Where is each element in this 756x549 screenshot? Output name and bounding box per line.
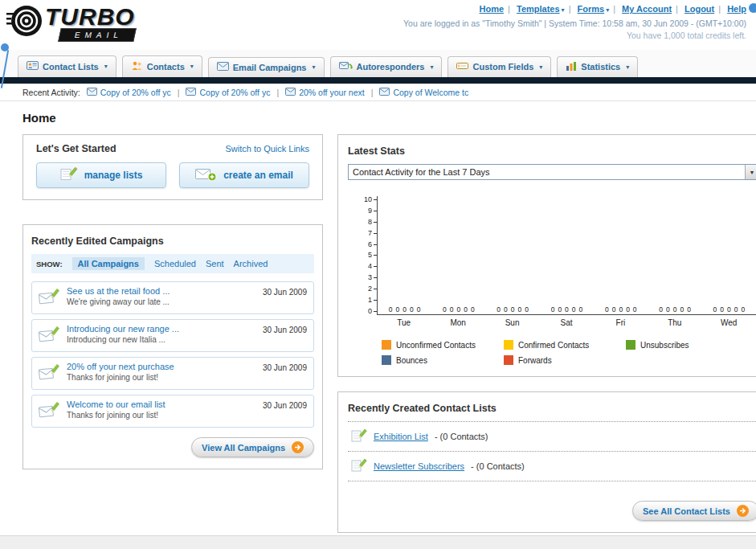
header: TURBO EMAIL Home| Templates▾| Forms▾| My… (0, 0, 756, 50)
envelope-icon (87, 88, 97, 97)
envelope-pencil-icon (39, 326, 60, 347)
bar-group: 00000 (431, 305, 485, 314)
contact-list-count: - (0 Contacts) (435, 432, 488, 441)
chevron-down-icon: ▾ (606, 6, 609, 14)
recent-activity-item: Copy of 20% off yc (87, 88, 171, 97)
campaign-filters: SHOW: All Campaigns Scheduled Sent Archi… (31, 254, 314, 273)
autoresponder-icon (339, 61, 353, 72)
bar-group: 00000 (378, 305, 431, 314)
tab-custom-fields[interactable]: Custom Fields ▾ (447, 56, 551, 77)
link-my-account[interactable]: My Account (622, 4, 672, 14)
campaign-title-link[interactable]: 20% off your next purchase (67, 362, 263, 371)
recent-contact-lists-panel: Recently Created Contact Lists Exhibitio… (337, 391, 756, 533)
footer-bar (0, 535, 756, 549)
campaign-title-link[interactable]: Introducing our new range ... (67, 324, 263, 334)
manage-lists-button[interactable]: manage lists (36, 162, 166, 188)
session-line: You are logged in as "Timothy Smith" | S… (403, 18, 746, 28)
activity-link[interactable]: 20% off your next (299, 88, 365, 97)
recent-activity-label: Recent Activity: (22, 88, 80, 97)
recent-contact-lists-title: Recently Created Contact Lists (348, 403, 497, 414)
envelope-pencil-icon (39, 401, 60, 423)
legend-item: Confirmed Contacts (504, 340, 626, 350)
x-axis-label: Fri (594, 318, 648, 327)
tab-autoresponders[interactable]: Autoresponders ▾ (330, 56, 443, 77)
tab-contacts[interactable]: Contacts ▾ (122, 55, 202, 77)
contact-lists-icon (27, 60, 39, 72)
recent-activity-item: 20% off your next (285, 88, 365, 97)
campaign-date: 30 Jun 2009 (263, 401, 307, 410)
view-all-campaigns-button[interactable]: View All Campaigns (191, 437, 314, 457)
contact-list-link[interactable]: Newsletter Subscribers (374, 461, 464, 471)
main-content: Home Let's Get Started Switch to Quick L… (0, 101, 756, 533)
latest-stats-panel: Latest Stats Contact Activity for the La… (337, 134, 756, 377)
filter-all-campaigns[interactable]: All Campaigns (72, 257, 145, 270)
create-email-button[interactable]: create an email (179, 162, 309, 188)
legend-swatch (504, 355, 513, 365)
tab-email-campaigns[interactable]: Email Campaigns ▾ (208, 57, 325, 77)
tab-statistics[interactable]: Statistics ▾ (557, 56, 638, 77)
filter-scheduled[interactable]: Scheduled (154, 259, 196, 268)
filter-archived[interactable]: Archived (234, 259, 268, 268)
bar-group: 00000 (648, 305, 701, 314)
stats-period-select[interactable]: Contact Activity for the Last 7 Days ▼ (348, 164, 756, 180)
legend-swatch (626, 340, 635, 350)
activity-link[interactable]: Copy of 20% off yc (199, 88, 270, 97)
chevron-down-icon: ▾ (626, 64, 629, 71)
x-axis-label: Wed (702, 318, 756, 327)
custom-fields-icon (456, 61, 468, 72)
contact-list-link[interactable]: Exhibition List (374, 432, 428, 441)
activity-link[interactable]: Copy of 20% off yc (100, 88, 171, 97)
tab-contact-lists[interactable]: Contact Lists ▾ (18, 55, 116, 77)
app-screen: TURBO EMAIL Home| Templates▾| Forms▾| My… (0, 0, 756, 549)
get-started-panel: Let's Get Started Switch to Quick Links … (22, 134, 323, 200)
campaign-date: 30 Jun 2009 (263, 326, 307, 334)
campaign-subtitle: Introducing our new Italia ... (67, 335, 263, 344)
link-forms[interactable]: Forms▾ (578, 4, 610, 14)
corner-dot (749, 3, 756, 13)
chart-legend: Unconfirmed ContactsConfirmed ContactsUn… (382, 340, 756, 365)
logo-subtitle: EMAIL (58, 28, 137, 42)
campaign-title-link[interactable]: Welcome to our email list (67, 399, 263, 409)
campaign-subtitle: We're giving away our late ... (67, 297, 263, 306)
select-dropdown-arrow-icon: ▼ (745, 165, 756, 179)
campaign-row[interactable]: 20% off your next purchase Thanks for jo… (31, 357, 314, 390)
link-home[interactable]: Home (480, 4, 505, 14)
main-nav: Contact Lists ▾ Contacts ▾ Email Campaig… (0, 50, 756, 77)
link-logout[interactable]: Logout (684, 4, 714, 14)
envelope-icon (217, 62, 229, 72)
contact-list-item: Exhibition List - (0 Contacts) (348, 422, 756, 452)
get-started-title: Let's Get Started (36, 143, 116, 154)
x-axis-label: Mon (431, 318, 484, 327)
envelope-icon (379, 88, 390, 97)
logo-title: TURBO (45, 5, 135, 29)
campaign-row[interactable]: See us at the retail food ... We're givi… (31, 281, 314, 314)
campaign-row[interactable]: Welcome to our email list Thanks for joi… (31, 395, 314, 428)
envelope-icon (186, 88, 196, 97)
show-label: SHOW: (36, 260, 63, 268)
turbo-disc-icon (6, 3, 43, 43)
legend-item: Bounces (382, 355, 504, 365)
campaign-date: 30 Jun 2009 (263, 288, 307, 297)
see-all-contact-lists-button[interactable]: See All Contact Lists (632, 501, 756, 521)
chart-y-axis: 109876543210 (356, 196, 377, 315)
campaign-row[interactable]: Introducing our new range ... Introducin… (31, 319, 314, 352)
bar-group: 00000 (486, 305, 540, 314)
latest-stats-title: Latest Stats (348, 145, 405, 157)
chevron-down-icon: ▾ (539, 64, 542, 71)
contacts-icon (131, 60, 143, 72)
chart-plot: 00000000000000000000000000000000000 (377, 196, 756, 315)
x-axis-label: Sun (485, 318, 539, 327)
filter-sent[interactable]: Sent (206, 259, 224, 268)
recent-activity-item: Copy of 20% off yc (186, 88, 270, 97)
legend-item: Unsubscribes (626, 340, 748, 350)
envelope-pencil-icon (39, 363, 60, 385)
activity-link[interactable]: Copy of Welcome tc (393, 88, 468, 97)
link-help[interactable]: Help (727, 4, 746, 14)
switch-quick-links-link[interactable]: Switch to Quick Links (225, 144, 309, 154)
nav-divider-bar (0, 77, 756, 84)
campaign-title-link[interactable]: See us at the retail food ... (67, 286, 263, 296)
link-templates[interactable]: Templates▾ (517, 4, 565, 14)
x-axis-label: Thu (648, 318, 701, 327)
campaign-subtitle: Thanks for joining our list! (67, 373, 263, 382)
recent-activity-item: Copy of Welcome tc (379, 88, 468, 97)
